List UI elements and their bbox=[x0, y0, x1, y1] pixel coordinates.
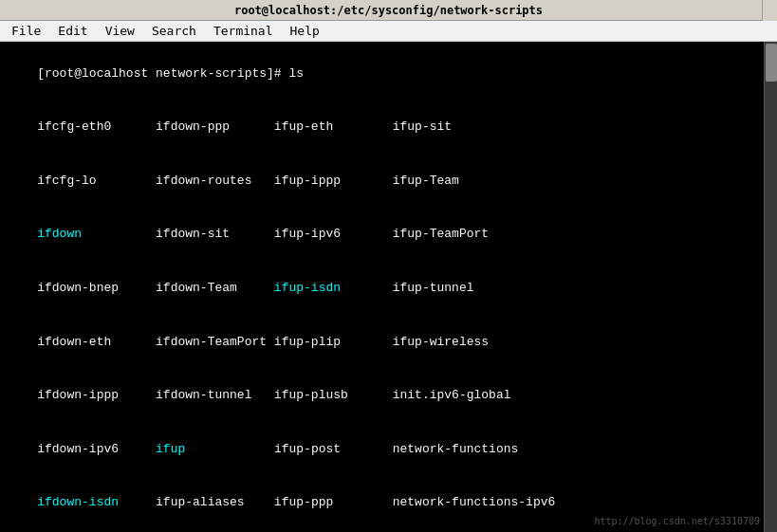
menu-search[interactable]: Search bbox=[144, 22, 204, 40]
terminal-line: [root@localhost network-scripts]# ls bbox=[8, 47, 769, 101]
terminal-line: ifcfg-lo ifdown-routes ifup-ippp ifup-Te… bbox=[8, 155, 769, 209]
terminal-line: ifdown-eth ifdown-TeamPort ifup-plip ifu… bbox=[8, 316, 769, 370]
title-bar: root@localhost:/etc/sysconfig/network-sc… bbox=[0, 0, 777, 21]
menu-file[interactable]: File bbox=[4, 22, 48, 40]
menu-view[interactable]: View bbox=[98, 22, 142, 40]
terminal-line: ifdown-bnep ifdown-Team ifup-isdn ifup-t… bbox=[8, 262, 769, 316]
terminal-line: ifdown-ippp ifdown-tunnel ifup-plusb ini… bbox=[8, 369, 769, 423]
terminal-line: ifdown ifdown-sit ifup-ipv6 ifup-TeamPor… bbox=[8, 209, 769, 263]
window-scrollbar bbox=[762, 0, 777, 21]
terminal-line: ifdown-ipv6 ifup ifup-post network-funct… bbox=[8, 423, 769, 477]
menu-bar: File Edit View Search Terminal Help bbox=[0, 21, 777, 42]
terminal[interactable]: [root@localhost network-scripts]# ls ifc… bbox=[0, 42, 777, 532]
terminal-line: ifcfg-eth0 ifdown-ppp ifup-eth ifup-sit bbox=[8, 101, 769, 156]
menu-help[interactable]: Help bbox=[283, 22, 327, 40]
menu-edit[interactable]: Edit bbox=[50, 22, 95, 40]
watermark: http://blog.csdn.net/s3310709 bbox=[594, 515, 760, 529]
window-title: root@localhost:/etc/sysconfig/network-sc… bbox=[234, 4, 543, 17]
terminal-scrollbar-thumb[interactable] bbox=[766, 44, 777, 82]
menu-terminal[interactable]: Terminal bbox=[206, 22, 281, 40]
terminal-scrollbar[interactable] bbox=[764, 42, 777, 532]
